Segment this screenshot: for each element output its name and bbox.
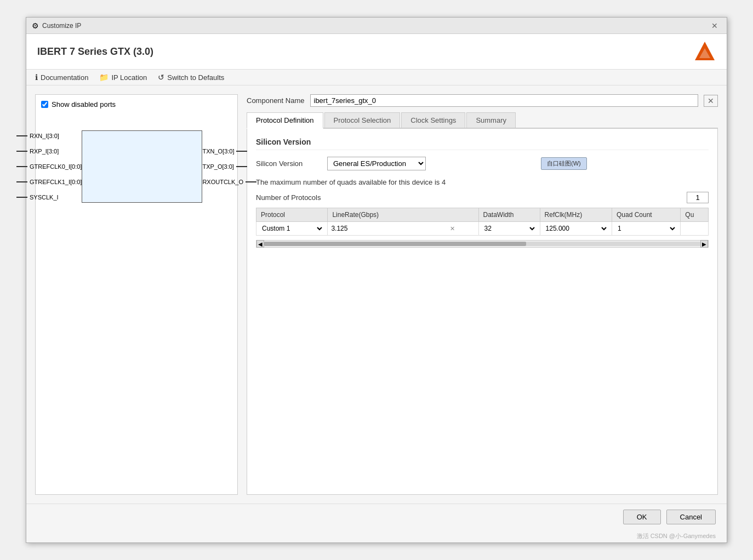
- cell-refclk: 125.000: [540, 222, 612, 236]
- info-icon: ℹ: [35, 73, 38, 82]
- title-bar-title: Customize IP: [42, 22, 81, 30]
- col-protocol: Protocol: [256, 208, 328, 222]
- toolbar-ip-location[interactable]: 📁 IP Location: [99, 73, 147, 82]
- component-name-label: Component Name: [247, 96, 305, 105]
- right-panel: Component Name ✕ Protocol Definition Pro…: [247, 94, 718, 495]
- linerate-clear-icon[interactable]: ✕: [450, 225, 455, 232]
- app-title: IBERT 7 Series GTX (3.0): [37, 46, 153, 58]
- table-row: Custom 1 ✕ 32 16 40: [256, 222, 709, 236]
- max-quads-text: The maximum number of quads available fo…: [256, 178, 709, 186]
- toolbar-switch-defaults-label: Switch to Defaults: [167, 73, 224, 82]
- component-name-row: Component Name ✕: [247, 94, 718, 107]
- protocols-table: Protocol LineRate(Gbps) DataWidth RefClk…: [256, 208, 709, 236]
- cell-qu: [681, 222, 709, 236]
- blue-button-label: 自口硅图(W): [547, 160, 581, 167]
- main-content: Show disabled ports RXN_I[3:0] RXP_I[3:0…: [26, 85, 727, 504]
- refresh-icon: ↺: [158, 73, 164, 82]
- cell-quadcount: 1 2 3 4: [612, 222, 680, 236]
- col-datawidth: DataWidth: [478, 208, 540, 222]
- main-window: ⚙ Customize IP ✕ IBERT 7 Series GTX (3.0…: [26, 17, 727, 543]
- port-gtrefclk0: GTREFCLK0_I[0:0]: [16, 163, 82, 170]
- toolbar-documentation[interactable]: ℹ Documentation: [35, 73, 88, 82]
- port-rxn: RXN_I[3:0]: [16, 133, 82, 139]
- num-protocols-row: Number of Protocols 1: [256, 192, 709, 203]
- silicon-version-label: Silicon Version: [256, 159, 322, 168]
- toolbar-documentation-label: Documentation: [41, 73, 88, 82]
- scroll-left-arrow[interactable]: ◀: [256, 240, 264, 248]
- port-txp: TXP_O[3:0]: [202, 163, 256, 170]
- num-protocols-label: Number of Protocols: [256, 193, 321, 202]
- cancel-button[interactable]: Cancel: [666, 510, 716, 524]
- col-linerate: LineRate(Gbps): [328, 208, 478, 222]
- section-title-silicon-version: Silicon Version: [256, 138, 709, 150]
- cell-linerate: ✕: [328, 222, 478, 236]
- cell-datawidth: 32 16 40 80: [478, 222, 540, 236]
- refclk-select[interactable]: 125.000: [544, 224, 608, 233]
- left-panel: Show disabled ports RXN_I[3:0] RXP_I[3:0…: [35, 94, 238, 495]
- port-gtrefclk1: GTREFCLK1_I[0:0]: [16, 179, 82, 185]
- quadcount-select[interactable]: 1 2 3 4: [615, 224, 677, 233]
- port-sysclk: SYSCLK_I: [16, 194, 82, 201]
- datawidth-select[interactable]: 32 16 40 80: [482, 224, 537, 233]
- tabs: Protocol Definition Protocol Selection C…: [247, 112, 718, 129]
- col-quadcount: Quad Count: [612, 208, 680, 222]
- show-disabled-ports-row: Show disabled ports: [41, 100, 232, 108]
- scroll-right-arrow[interactable]: ▶: [700, 240, 708, 248]
- footer: OK Cancel: [26, 504, 727, 530]
- watermark: 激活 CSDN @小-Ganymedes: [26, 530, 727, 542]
- toolbar: ℹ Documentation 📁 IP Location ↺ Switch t…: [26, 70, 727, 85]
- folder-icon: 📁: [99, 73, 109, 82]
- ok-button[interactable]: OK: [623, 510, 661, 524]
- tab-protocol-definition[interactable]: Protocol Definition: [247, 112, 323, 129]
- component-name-input[interactable]: [310, 94, 699, 107]
- silicon-version-select[interactable]: General ES/Production ES1 Production: [327, 157, 426, 170]
- protocol-select[interactable]: Custom 1: [260, 224, 324, 233]
- horizontal-scrollbar[interactable]: ◀ ▶: [256, 240, 709, 248]
- num-protocols-value: 1: [687, 192, 709, 203]
- app-header: IBERT 7 Series GTX (3.0): [26, 34, 727, 70]
- silicon-version-row: Silicon Version General ES/Production ES…: [256, 157, 709, 170]
- col-qu: Qu: [681, 208, 709, 222]
- show-disabled-ports-label: Show disabled ports: [52, 100, 116, 108]
- toolbar-ip-location-label: IP Location: [111, 73, 147, 82]
- tab-summary[interactable]: Summary: [466, 112, 516, 128]
- col-refclk: RefClk(MHz): [540, 208, 612, 222]
- title-bar: ⚙ Customize IP ✕: [26, 18, 727, 34]
- xilinx-logo: [694, 41, 716, 62]
- port-rxp: RXP_I[3:0]: [16, 148, 82, 155]
- port-rxoutclk: RXOUTCLK_O: [202, 179, 256, 185]
- app-icon: ⚙: [32, 21, 39, 30]
- tab-content-protocol-definition: Silicon Version Silicon Version General …: [247, 129, 718, 495]
- show-disabled-ports-checkbox[interactable]: [41, 101, 48, 108]
- scrollbar-track: [264, 242, 700, 246]
- linerate-input[interactable]: [331, 225, 446, 232]
- silicon-version-button[interactable]: 自口硅图(W): [541, 157, 587, 170]
- toolbar-switch-defaults[interactable]: ↺ Switch to Defaults: [158, 73, 224, 82]
- component-diagram: RXN_I[3:0] RXP_I[3:0] GTREFCLK0_I[0:0] G…: [41, 130, 232, 203]
- port-txn: TXN_O[3:0]: [202, 148, 256, 155]
- scrollbar-thumb[interactable]: [264, 242, 526, 246]
- component-name-clear-button[interactable]: ✕: [704, 95, 718, 107]
- tab-protocol-selection[interactable]: Protocol Selection: [324, 112, 401, 128]
- close-button[interactable]: ✕: [708, 20, 721, 31]
- tab-clock-settings[interactable]: Clock Settings: [401, 112, 465, 128]
- component-box: [82, 130, 202, 203]
- cell-protocol: Custom 1: [256, 222, 328, 236]
